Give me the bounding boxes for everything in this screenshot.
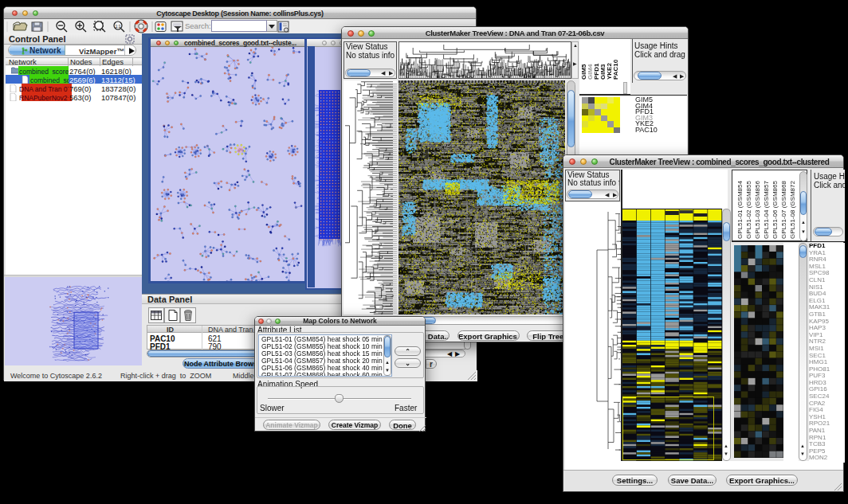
svg-text:1:1: 1:1 (116, 24, 121, 29)
